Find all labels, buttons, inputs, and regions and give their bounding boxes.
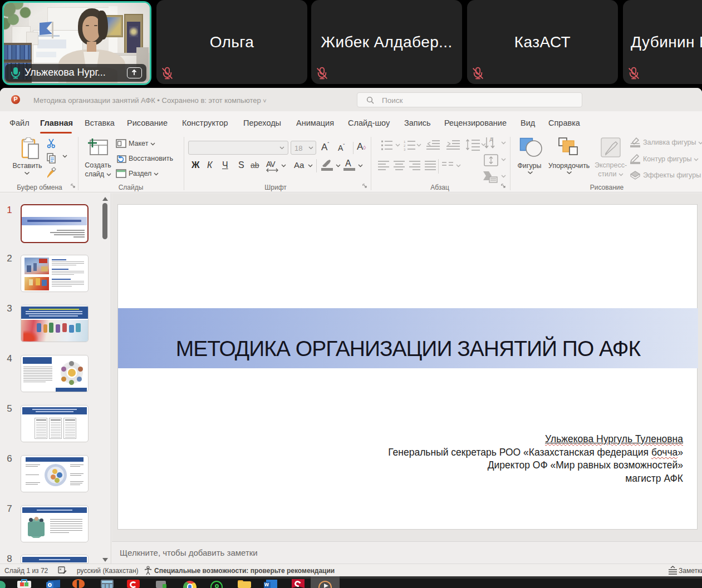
svg-text:A: A [489, 137, 493, 143]
svg-text:3: 3 [404, 148, 406, 151]
svg-text:1: 1 [404, 140, 406, 144]
svg-text:2: 2 [404, 144, 406, 147]
